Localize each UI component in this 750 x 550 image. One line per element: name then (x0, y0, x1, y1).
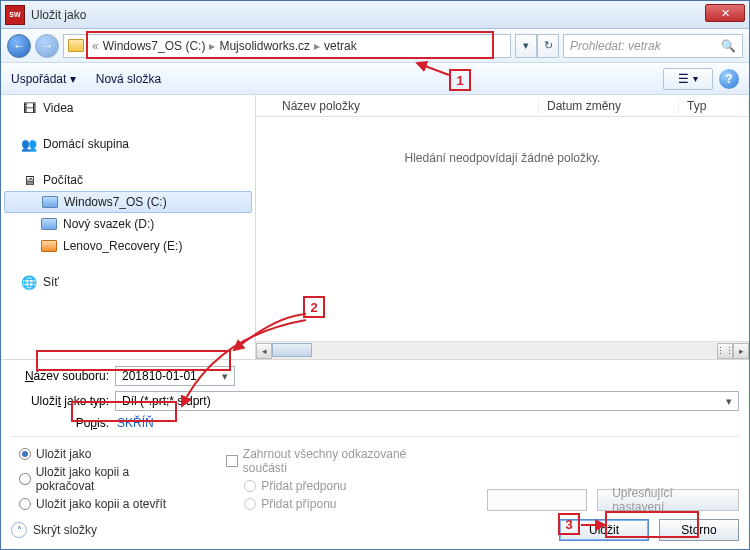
empty-message: Hledání neodpovídají žádné položky. (256, 151, 749, 165)
history-dropdown[interactable]: ▾ (515, 34, 537, 58)
breadcrumb[interactable]: Mujsolidworks.cz (219, 39, 310, 53)
close-button[interactable]: ✕ (705, 4, 745, 22)
video-icon: 🎞 (21, 100, 37, 116)
radio-add-suffix: Přidat příponu (226, 497, 447, 511)
app-icon: SW (5, 5, 25, 25)
refresh-button[interactable]: ↻ (537, 34, 559, 58)
back-button[interactable]: ← (7, 34, 31, 58)
chevron-up-icon: ˄ (11, 522, 27, 538)
drive-icon (42, 196, 58, 208)
list-icon: ☰ (678, 72, 689, 86)
radio-save-copy-continue[interactable]: Uložit jako kopii a pokračovat (19, 465, 186, 493)
cancel-button[interactable]: Storno (659, 519, 739, 541)
titlebar: SW Uložit jako ✕ (1, 1, 749, 29)
window-title: Uložit jako (31, 8, 86, 22)
radio-add-prefix: Přidat předponu (226, 479, 447, 493)
prefix-input (487, 489, 587, 511)
drive-icon (41, 240, 57, 252)
save-button[interactable]: Uložit (559, 519, 649, 541)
sidebar-drive-c[interactable]: Windows7_OS (C:) (4, 191, 252, 213)
search-placeholder: Prohledat: vetrak (570, 39, 661, 53)
nav-row: ← → « Windows7_OS (C:) ▸ Mujsolidworks.c… (1, 29, 749, 63)
sidebar-drive-d[interactable]: Nový svazek (D:) (1, 213, 255, 235)
homegroup-icon: 👥 (21, 136, 37, 152)
arrow-left-icon: ← (13, 38, 26, 53)
organize-button[interactable]: Uspořádat ▾ (11, 72, 76, 86)
scroll-left-icon[interactable]: ◂ (256, 343, 272, 359)
computer-icon: 🖥 (21, 172, 37, 188)
search-icon: 🔍 (721, 39, 736, 53)
scroll-thumb[interactable] (272, 343, 312, 357)
sidebar-item-homegroup[interactable]: 👥 Domácí skupina (1, 133, 255, 155)
filename-input[interactable]: 201810-01-01 (115, 366, 235, 386)
sidebar-drive-e[interactable]: Lenovo_Recovery (E:) (1, 235, 255, 257)
view-mode-button[interactable]: ☰▾ (663, 68, 713, 90)
radio-save-as[interactable]: Uložit jako (19, 447, 186, 461)
radio-save-copy-open[interactable]: Uložit jako kopii a otevřít (19, 497, 186, 511)
help-button[interactable]: ? (719, 69, 739, 89)
chevron-right-icon: ▸ (209, 39, 215, 53)
chevron-right-icon: ▸ (314, 39, 320, 53)
chevron-icon: « (92, 39, 99, 53)
sidebar: 🎞 Videa 👥 Domácí skupina 🖥 Počítač Windo… (1, 95, 256, 359)
col-name[interactable]: Název položky (274, 99, 539, 113)
list-header: Název položky Datum změny Typ (256, 95, 749, 117)
new-folder-button[interactable]: Nová složka (96, 72, 161, 86)
search-input[interactable]: Prohledat: vetrak 🔍 (563, 34, 743, 58)
forward-button[interactable]: → (35, 34, 59, 58)
filetype-select[interactable]: Díl (*.prt;*.sldprt) (115, 391, 739, 411)
sidebar-item-network[interactable]: 🌐 Síť (1, 271, 255, 293)
sidebar-item-computer[interactable]: 🖥 Počítač (1, 169, 255, 191)
lower-panel: Název souboru: 201810-01-01 Uložit jako … (1, 359, 749, 549)
scroll-right-icon[interactable]: ▸ (733, 343, 749, 359)
sidebar-item-videos[interactable]: 🎞 Videa (1, 97, 255, 119)
toolbar: Uspořádat ▾ Nová složka ☰▾ ? (1, 63, 749, 95)
close-icon: ✕ (721, 7, 730, 20)
hscrollbar[interactable]: ◂ ⋮⋮ ▸ (256, 341, 749, 359)
address-bar[interactable]: « Windows7_OS (C:) ▸ Mujsolidworks.cz ▸ … (63, 34, 511, 58)
hide-folders-button[interactable]: ˄ Skrýt složky (11, 522, 97, 538)
refresh-icon: ↻ (544, 39, 553, 52)
network-icon: 🌐 (21, 274, 37, 290)
arrow-right-icon: → (41, 38, 54, 53)
breadcrumb[interactable]: vetrak (324, 39, 357, 53)
file-list: Název položky Datum změny Typ Hledání ne… (256, 95, 749, 359)
col-date[interactable]: Datum změny (539, 99, 679, 113)
popis-label: Popis: (11, 416, 115, 430)
save-as-dialog: SW Uložit jako ✕ ← → « Windows7_OS (C:) … (0, 0, 750, 550)
breadcrumb[interactable]: Windows7_OS (C:) (103, 39, 206, 53)
drive-icon (41, 218, 57, 230)
popis-input[interactable]: SKŘÍŇ (115, 416, 154, 430)
folder-icon (68, 39, 84, 52)
check-include-refs: Zahrnout všechny odkazované součásti (226, 447, 447, 475)
filetype-label: Uložit jako typ: (11, 394, 115, 408)
col-type[interactable]: Typ (679, 99, 749, 113)
grip-icon: ⋮⋮ (717, 343, 733, 359)
filename-label: Název souboru: (11, 369, 115, 383)
advanced-settings-button: Upřesňující nastavení (597, 489, 739, 511)
